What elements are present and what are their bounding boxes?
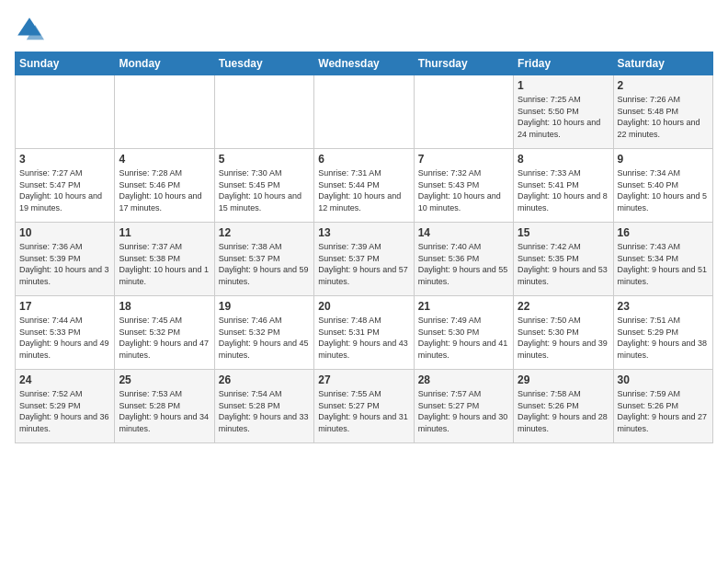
calendar-cell: 25Sunrise: 7:53 AM Sunset: 5:28 PM Dayli…	[115, 370, 214, 443]
calendar-cell: 1Sunrise: 7:25 AM Sunset: 5:50 PM Daylig…	[514, 75, 613, 149]
logo-icon	[15, 15, 44, 44]
day-number: 30	[618, 373, 709, 386]
calendar-cell: 17Sunrise: 7:44 AM Sunset: 5:33 PM Dayli…	[16, 296, 115, 370]
weekday-header-friday: Friday	[514, 52, 613, 75]
calendar-cell: 30Sunrise: 7:59 AM Sunset: 5:26 PM Dayli…	[613, 370, 712, 443]
day-info: Sunrise: 7:46 AM Sunset: 5:32 PM Dayligh…	[219, 315, 310, 361]
weekday-header-sunday: Sunday	[16, 52, 115, 75]
calendar-cell: 13Sunrise: 7:39 AM Sunset: 5:37 PM Dayli…	[314, 223, 414, 296]
calendar-cell: 2Sunrise: 7:26 AM Sunset: 5:48 PM Daylig…	[613, 75, 712, 149]
day-info: Sunrise: 7:53 AM Sunset: 5:28 PM Dayligh…	[119, 388, 210, 434]
day-info: Sunrise: 7:28 AM Sunset: 5:46 PM Dayligh…	[119, 167, 210, 213]
calendar-cell: 29Sunrise: 7:58 AM Sunset: 5:26 PM Dayli…	[514, 370, 613, 443]
day-info: Sunrise: 7:51 AM Sunset: 5:29 PM Dayligh…	[618, 315, 709, 361]
calendar-cell: 5Sunrise: 7:30 AM Sunset: 5:45 PM Daylig…	[214, 149, 313, 223]
calendar-cell: 10Sunrise: 7:36 AM Sunset: 5:39 PM Dayli…	[16, 223, 115, 296]
day-number: 16	[618, 226, 709, 239]
calendar-cell: 14Sunrise: 7:40 AM Sunset: 5:36 PM Dayli…	[414, 223, 513, 296]
day-number: 20	[318, 300, 409, 313]
day-info: Sunrise: 7:50 AM Sunset: 5:30 PM Dayligh…	[518, 315, 609, 361]
day-info: Sunrise: 7:49 AM Sunset: 5:30 PM Dayligh…	[418, 315, 509, 361]
day-info: Sunrise: 7:26 AM Sunset: 5:48 PM Dayligh…	[618, 94, 709, 140]
day-number: 18	[119, 300, 210, 313]
day-info: Sunrise: 7:45 AM Sunset: 5:32 PM Dayligh…	[119, 315, 210, 361]
calendar-cell: 3Sunrise: 7:27 AM Sunset: 5:47 PM Daylig…	[16, 149, 115, 223]
day-info: Sunrise: 7:31 AM Sunset: 5:44 PM Dayligh…	[318, 167, 409, 213]
day-number: 22	[518, 300, 609, 313]
day-number: 14	[418, 226, 509, 239]
day-number: 28	[418, 373, 509, 386]
day-number: 9	[618, 153, 709, 166]
calendar-cell: 18Sunrise: 7:45 AM Sunset: 5:32 PM Dayli…	[115, 296, 214, 370]
day-number: 17	[19, 300, 110, 313]
day-info: Sunrise: 7:55 AM Sunset: 5:27 PM Dayligh…	[318, 388, 409, 434]
calendar-cell: 26Sunrise: 7:54 AM Sunset: 5:28 PM Dayli…	[214, 370, 313, 443]
day-number: 26	[219, 373, 310, 386]
calendar-cell: 7Sunrise: 7:32 AM Sunset: 5:43 PM Daylig…	[414, 149, 513, 223]
day-info: Sunrise: 7:59 AM Sunset: 5:26 PM Dayligh…	[618, 388, 709, 434]
calendar-cell	[414, 75, 513, 149]
day-number: 25	[119, 373, 210, 386]
day-number: 23	[618, 300, 709, 313]
day-number: 21	[418, 300, 509, 313]
day-info: Sunrise: 7:57 AM Sunset: 5:27 PM Dayligh…	[418, 388, 509, 434]
calendar-cell: 23Sunrise: 7:51 AM Sunset: 5:29 PM Dayli…	[613, 296, 712, 370]
day-number: 13	[318, 226, 409, 239]
weekday-header-tuesday: Tuesday	[214, 52, 313, 75]
calendar-cell: 4Sunrise: 7:28 AM Sunset: 5:46 PM Daylig…	[115, 149, 214, 223]
day-info: Sunrise: 7:33 AM Sunset: 5:41 PM Dayligh…	[518, 167, 609, 213]
calendar-cell: 24Sunrise: 7:52 AM Sunset: 5:29 PM Dayli…	[16, 370, 115, 443]
day-info: Sunrise: 7:42 AM Sunset: 5:35 PM Dayligh…	[518, 241, 609, 287]
weekday-header-saturday: Saturday	[613, 52, 712, 75]
day-info: Sunrise: 7:43 AM Sunset: 5:34 PM Dayligh…	[618, 241, 709, 287]
day-number: 11	[119, 226, 210, 239]
day-number: 5	[219, 153, 310, 166]
day-info: Sunrise: 7:30 AM Sunset: 5:45 PM Dayligh…	[219, 167, 310, 213]
day-info: Sunrise: 7:25 AM Sunset: 5:50 PM Dayligh…	[518, 94, 609, 140]
day-number: 27	[318, 373, 409, 386]
calendar-cell: 20Sunrise: 7:48 AM Sunset: 5:31 PM Dayli…	[314, 296, 414, 370]
page-header	[15, 15, 713, 44]
calendar-cell: 15Sunrise: 7:42 AM Sunset: 5:35 PM Dayli…	[514, 223, 613, 296]
day-number: 15	[518, 226, 609, 239]
day-info: Sunrise: 7:38 AM Sunset: 5:37 PM Dayligh…	[219, 241, 310, 287]
day-info: Sunrise: 7:32 AM Sunset: 5:43 PM Dayligh…	[418, 167, 509, 213]
calendar-cell: 9Sunrise: 7:34 AM Sunset: 5:40 PM Daylig…	[613, 149, 712, 223]
day-info: Sunrise: 7:58 AM Sunset: 5:26 PM Dayligh…	[518, 388, 609, 434]
calendar-cell: 21Sunrise: 7:49 AM Sunset: 5:30 PM Dayli…	[414, 296, 513, 370]
day-info: Sunrise: 7:39 AM Sunset: 5:37 PM Dayligh…	[318, 241, 409, 287]
day-number: 19	[219, 300, 310, 313]
calendar-cell: 8Sunrise: 7:33 AM Sunset: 5:41 PM Daylig…	[514, 149, 613, 223]
day-info: Sunrise: 7:36 AM Sunset: 5:39 PM Dayligh…	[19, 241, 110, 287]
calendar-table: SundayMondayTuesdayWednesdayThursdayFrid…	[15, 52, 713, 443]
calendar-cell	[16, 75, 115, 149]
weekday-header-monday: Monday	[115, 52, 214, 75]
calendar-cell: 22Sunrise: 7:50 AM Sunset: 5:30 PM Dayli…	[514, 296, 613, 370]
day-info: Sunrise: 7:40 AM Sunset: 5:36 PM Dayligh…	[418, 241, 509, 287]
day-number: 10	[19, 226, 110, 239]
day-number: 12	[219, 226, 310, 239]
calendar-cell	[214, 75, 313, 149]
weekday-header-thursday: Thursday	[414, 52, 513, 75]
calendar-cell: 19Sunrise: 7:46 AM Sunset: 5:32 PM Dayli…	[214, 296, 313, 370]
calendar-cell: 11Sunrise: 7:37 AM Sunset: 5:38 PM Dayli…	[115, 223, 214, 296]
calendar-cell	[314, 75, 414, 149]
calendar-cell: 12Sunrise: 7:38 AM Sunset: 5:37 PM Dayli…	[214, 223, 313, 296]
calendar-cell: 27Sunrise: 7:55 AM Sunset: 5:27 PM Dayli…	[314, 370, 414, 443]
day-number: 3	[19, 153, 110, 166]
day-info: Sunrise: 7:52 AM Sunset: 5:29 PM Dayligh…	[19, 388, 110, 434]
day-info: Sunrise: 7:27 AM Sunset: 5:47 PM Dayligh…	[19, 167, 110, 213]
day-number: 7	[418, 153, 509, 166]
calendar-cell: 6Sunrise: 7:31 AM Sunset: 5:44 PM Daylig…	[314, 149, 414, 223]
day-number: 6	[318, 153, 409, 166]
logo	[15, 15, 48, 44]
day-info: Sunrise: 7:54 AM Sunset: 5:28 PM Dayligh…	[219, 388, 310, 434]
day-number: 29	[518, 373, 609, 386]
day-number: 4	[119, 153, 210, 166]
calendar-cell	[115, 75, 214, 149]
weekday-header-wednesday: Wednesday	[314, 52, 414, 75]
day-info: Sunrise: 7:34 AM Sunset: 5:40 PM Dayligh…	[618, 167, 709, 213]
day-number: 2	[618, 79, 709, 92]
calendar-cell: 16Sunrise: 7:43 AM Sunset: 5:34 PM Dayli…	[613, 223, 712, 296]
calendar-cell: 28Sunrise: 7:57 AM Sunset: 5:27 PM Dayli…	[414, 370, 513, 443]
